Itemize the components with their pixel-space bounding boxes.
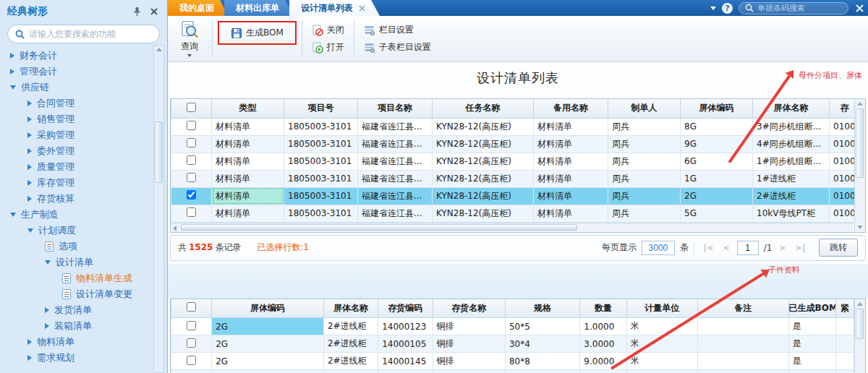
sidebar-item[interactable]: 财务会计 (0, 48, 151, 64)
sidebar-item[interactable]: 采购管理 (0, 127, 151, 143)
scroll-thumb[interactable] (155, 121, 163, 183)
scroll-thumb[interactable] (856, 309, 864, 339)
column-header[interactable]: 存 (830, 99, 855, 118)
close-icon[interactable] (856, 4, 864, 12)
sidebar-item[interactable]: 销售管理 (0, 111, 151, 127)
page-number-input[interactable] (737, 241, 759, 255)
sidebar-item[interactable]: 库存管理 (0, 175, 151, 191)
column-header[interactable]: 任务名称 (433, 99, 534, 118)
first-page-button[interactable]: |< (699, 243, 715, 253)
vertical-scrollbar[interactable] (854, 299, 865, 373)
table-row[interactable]: 2G2#进线柜14000145铜排80*89.0000米是 (171, 353, 854, 370)
column-header[interactable]: 存货名称 (433, 299, 505, 318)
column-header[interactable]: 项目号 (284, 99, 358, 118)
chevron-down-icon[interactable] (710, 7, 716, 10)
select-all-checkbox[interactable] (187, 103, 196, 112)
sidebar-item[interactable]: 存货核算 (0, 191, 151, 207)
column-header[interactable]: 紧 (835, 299, 854, 318)
per-page-input[interactable] (642, 241, 675, 255)
last-page-button[interactable]: >| (793, 243, 809, 253)
column-header[interactable]: 规格 (505, 299, 579, 318)
column-header[interactable]: 类型 (212, 99, 284, 118)
scroll-up-icon[interactable] (857, 302, 863, 306)
column-header[interactable]: 备注 (698, 299, 789, 318)
tab-close-icon[interactable] (359, 5, 365, 12)
row-checkbox[interactable] (187, 138, 196, 147)
table-cell: 2#进线柜 (753, 187, 830, 205)
scroll-up-icon[interactable] (156, 48, 162, 51)
sidebar-item[interactable]: 质量管理 (0, 159, 151, 175)
sidebar-item[interactable]: 物料清单 (0, 334, 151, 350)
sidebar-search-input[interactable] (29, 29, 152, 39)
generate-bom-button[interactable]: 生成BOM (226, 25, 288, 40)
table-row[interactable]: 2G2#进线柜14000105铜排30*43.0000米是 (171, 335, 854, 353)
column-header[interactable]: 屏体名称 (323, 299, 378, 318)
generate-bom-label: 生成BOM (246, 27, 284, 39)
sidebar-item[interactable]: 设计清单变更 (0, 286, 151, 302)
next-page-button[interactable]: > (777, 243, 788, 253)
close-button[interactable]: 关闭 (307, 22, 349, 38)
scroll-down-icon[interactable] (857, 226, 863, 229)
tab-design-list[interactable]: 设计清单列表 (289, 0, 380, 16)
select-all-checkbox[interactable] (187, 302, 196, 312)
row-checkbox[interactable] (187, 173, 196, 182)
scroll-up-icon[interactable] (857, 102, 863, 106)
table-row[interactable]: 材料清单1805003-3101福建省连江县...KYN28-12(高压柜)材料… (171, 153, 855, 170)
table-row[interactable]: 材料清单1805003-3101福建省连江县...KYN28-12(高压柜)材料… (171, 187, 855, 205)
tab-my-desktop[interactable]: 我的桌面 (168, 0, 229, 16)
sidebar-item[interactable]: 物料清单生成 (0, 270, 151, 286)
row-checkbox[interactable] (187, 207, 196, 217)
row-checkbox[interactable] (187, 121, 196, 130)
sidebar-item[interactable]: 合同管理 (0, 95, 151, 111)
column-header[interactable]: 屏体编码 (681, 99, 753, 118)
sidebar-item[interactable]: 需求规划 (0, 350, 151, 366)
table-row[interactable]: 2G2#进线柜13056668真空断路器HVX12-31-06-E1.0000台… (171, 370, 854, 373)
scroll-thumb[interactable] (856, 108, 864, 178)
sidebar-scrollbar[interactable] (153, 45, 164, 373)
column-settings-button[interactable]: 栏目设置 (359, 22, 435, 38)
row-checkbox[interactable] (187, 321, 196, 330)
tab-material-outbound[interactable]: 材料出库单 (224, 0, 294, 16)
table-row[interactable]: 材料清单1805003-3101福建省连江县...KYN28-12(高压柜)材料… (171, 170, 855, 187)
horizontal-scrollbar[interactable] (171, 223, 854, 232)
table-row[interactable]: 材料清单1805003-3101福建省连江县...KYN28-12(高压柜)材料… (171, 205, 855, 222)
subtable-column-settings-button[interactable]: 子表栏目设置 (359, 40, 435, 55)
table-row[interactable]: 2G2#进线柜14000123铜排50*51.0000米是 (171, 318, 854, 335)
barcode-search-input[interactable] (757, 4, 860, 12)
row-checkbox[interactable] (187, 155, 196, 165)
sidebar-item[interactable]: 选项 (0, 239, 151, 254)
sidebar-item[interactable]: 供应链 (0, 80, 151, 95)
sidebar-item[interactable]: 委外管理 (0, 143, 151, 159)
sidebar-item[interactable]: 装箱清单 (0, 318, 151, 334)
column-header[interactable]: 制单人 (608, 99, 681, 118)
column-header[interactable]: 已生成BOM (788, 299, 835, 318)
help-icon[interactable]: ? (722, 3, 733, 14)
row-checkbox[interactable] (187, 190, 196, 200)
sidebar-item[interactable]: 计划调度 (0, 223, 151, 239)
query-button[interactable]: 查询 (172, 17, 207, 60)
chevron-right-icon (27, 196, 32, 202)
open-button[interactable]: 打开 (307, 40, 349, 55)
chevron-right-icon (27, 180, 32, 186)
sidebar-item[interactable]: 发货清单 (0, 302, 151, 318)
prev-page-button[interactable]: < (720, 243, 731, 253)
column-header[interactable]: 备用名称 (534, 99, 608, 118)
column-header[interactable]: 存货编码 (378, 299, 433, 318)
scroll-left-icon[interactable] (173, 226, 176, 231)
pin-icon[interactable] (131, 6, 142, 17)
column-header[interactable]: 屏体编码 (212, 299, 324, 318)
row-checkbox[interactable] (187, 356, 196, 365)
sidebar-item[interactable]: 管理会计 (0, 64, 151, 80)
scroll-thumb[interactable] (181, 224, 577, 231)
column-header[interactable]: 计量单位 (626, 299, 697, 318)
table-row[interactable]: 材料清单1805003-3101福建省连江县...KYN28-12(高压柜)材料… (171, 135, 855, 153)
vertical-scrollbar[interactable] (854, 99, 865, 232)
sidebar-item[interactable]: 生产制造 (0, 207, 151, 223)
column-header[interactable]: 数量 (580, 299, 626, 318)
sidebar-close-icon[interactable] (148, 6, 160, 17)
jump-button[interactable]: 跳转 (819, 239, 858, 257)
row-checkbox[interactable] (187, 338, 196, 348)
column-header[interactable]: 项目名称 (358, 99, 433, 118)
sidebar-item-label: 发货清单 (54, 304, 92, 317)
sidebar-item[interactable]: 设计清单 (0, 254, 151, 270)
